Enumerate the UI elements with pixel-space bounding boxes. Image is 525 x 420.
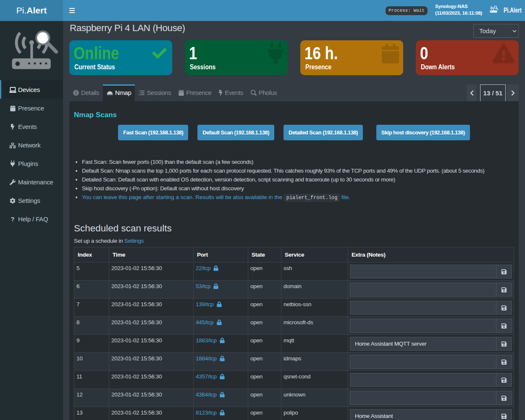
svg-text:2: 2 [139,94,140,96]
svg-text:1: 1 [139,90,140,92]
